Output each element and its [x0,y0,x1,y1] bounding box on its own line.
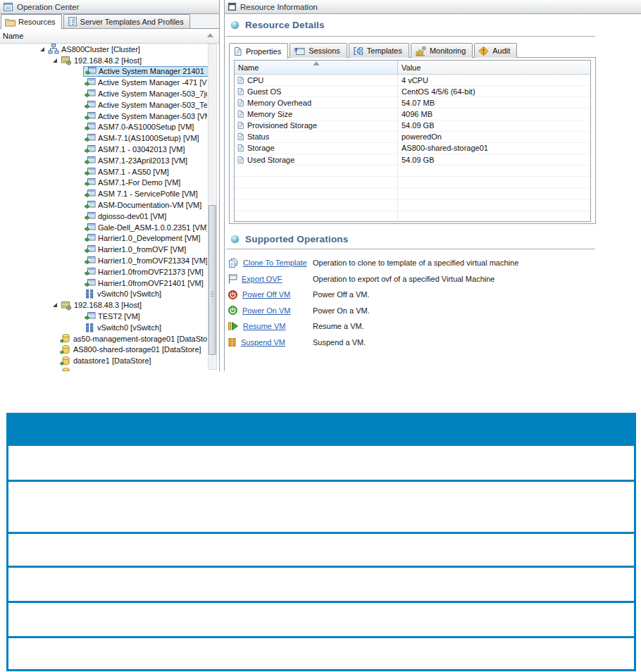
datastore-icon [60,333,71,344]
clone-to-template-link[interactable]: Clone To Template [243,259,307,267]
tree-item[interactable]: 192.168.48.2 [Host] [0,55,209,66]
bottom-table-row[interactable] [8,601,634,636]
property-name-cell: Status [235,132,398,143]
tab-label: Audit [492,46,510,55]
expand-arrow-icon[interactable] [52,58,58,63]
tree-item[interactable]: ASM 7.1 - ServicePofile [VM] [0,188,209,199]
property-row[interactable]: Memory Size4096 MB [235,108,590,120]
property-row[interactable]: StorageAS800-shared-storage01 [235,143,590,154]
tree-item[interactable]: as50-management-storage01 [DataStore] [0,333,209,344]
tree-item[interactable]: Active System Manager-503 [VM] [0,111,209,122]
vm-icon [85,223,96,232]
tab-sessions[interactable]: 9Sessions [290,43,347,58]
property-name: CPU [247,76,263,85]
tree-item-label: ASM7.1-For Demo [VM] [98,178,180,187]
property-name: Memory Overhead [247,99,311,107]
tree-item[interactable]: vSwitch0 [vSwitch] [0,289,209,300]
tree-item[interactable]: AS800Cluster [Cluster] [0,44,209,55]
tree-item[interactable] [0,366,209,371]
tree-item[interactable]: Harrier1.0_fromOVF21334 [VM] [0,255,209,266]
tree-item-label: ASM-7.1(AS1000Setup) [VM] [98,134,199,142]
panel-title: Resource Information [240,3,318,11]
property-row[interactable]: CPU4 vCPU [235,75,590,86]
tree-item[interactable]: ASM7.0-AS1000Setup [VM] [0,122,209,133]
expand-arrow-icon[interactable] [52,302,58,308]
property-name-cell [235,177,398,188]
vm-icon [85,178,96,187]
bottom-table-row[interactable] [8,566,634,601]
tree-item-label: ASM-Documentation-VM [VM] [98,201,201,209]
scrollbar-thumb[interactable] [209,205,216,355]
tab-properties[interactable]: Properties [229,43,288,58]
operation-suspend-vm: Suspend VMSuspend a VM. [228,335,622,351]
tree-item[interactable]: Harrier1.0_fromOVF [VM] [0,244,209,255]
tree-item[interactable]: Active System Manager-503_7jun13 [0,88,209,99]
bottom-table-row[interactable] [8,480,634,532]
sort-ascending-icon [207,33,213,37]
property-row[interactable]: Provisioned Storage54.09 GB [235,120,590,132]
tree-item[interactable]: Harrier1.0_Development [VM] [0,233,209,244]
tree-item[interactable]: Active System Manager -471 [VM] [0,77,209,88]
tree-item-label: Active System Manager-503_Testing [98,101,207,109]
tree-item[interactable]: Gale-Dell_ASM-1.0.0.2351 [VM] [0,222,209,233]
tree-item[interactable]: vSwitch0 [vSwitch] [0,322,209,333]
suspend-vm-link[interactable]: Suspend VM [241,338,285,347]
tree-item[interactable]: Active System Manager 21401 [VM] [0,66,209,77]
bottom-table-row[interactable] [8,532,634,566]
vm-icon [85,311,96,321]
property-value-cell: 4096 MB [398,108,590,120]
tree-item[interactable]: ASM7.1 - 03042013 [VM] [0,144,209,155]
tree-item[interactable]: ASM7.1-For Demo [VM] [0,178,209,189]
tree-item-content [58,367,75,372]
column-header-label: Name [3,32,23,40]
tree-item[interactable]: ASM7.1-23April2013 [VM] [0,155,209,166]
column-header-name[interactable]: Name [235,61,398,74]
tab-audit[interactable]: Audit [474,43,517,58]
export-ovf-link[interactable]: Export OVF [242,275,282,283]
tree-item-label: Active System Manager-503 [VM] [98,112,207,120]
tree-item[interactable]: Harrier1.0fromOVF21373 [VM] [0,266,209,278]
property-name-cell: Provisioned Storage [235,120,398,132]
property-row[interactable]: Guest OSCentOS 4/5/6 (64-bit) [235,86,590,97]
tree-item-content: ASM7.1 - AS50 [VM] [83,166,170,177]
tree-item[interactable]: dgiosso-dev01 [VM] [0,211,209,222]
bottom-table-header [8,415,634,446]
property-row[interactable]: StatuspoweredOn [235,132,590,143]
operation-export-ovf: Export OVFOperation to export ovf of a s… [228,271,622,287]
bottom-table-row[interactable] [8,636,634,669]
resume-vm-link[interactable]: Resume VM [243,322,286,330]
property-row[interactable]: Memory Overhead54.07 MB [235,97,590,108]
vm-icon [85,167,96,177]
tree-item[interactable]: ASM-Documentation-VM [VM] [0,199,209,211]
property-value-cell: 54.07 MB [398,97,590,108]
tab-label: Resources [18,18,56,26]
tree-item[interactable]: ASM7.1 - AS50 [VM] [0,166,209,178]
tab-templates[interactable]: Templates [349,43,409,58]
tree-item[interactable]: Harrier1.0fromOVF21401 [VM] [0,278,209,289]
bottom-table-row[interactable] [8,446,634,480]
tree-scrollbar[interactable] [208,44,217,370]
operation-power-off-vm: Power Off VMPower Off a VM. [228,287,622,303]
column-header-value[interactable]: Value [398,61,590,74]
sphere-icon [230,20,239,30]
property-row[interactable]: Used Storage54.09 GB [235,154,590,166]
datastore-icon [60,367,71,372]
tree-item[interactable]: Active System Manager-503_Testing [0,99,209,111]
sphere-icon [230,235,239,244]
tab-resources[interactable]: Resources [1,14,62,29]
tree-item[interactable]: ASM-7.1(AS1000Setup) [VM] [0,132,209,144]
tree-column-header-name[interactable]: Name [0,29,219,44]
power-on-vm-link[interactable]: Power On VM [242,306,290,315]
expand-arrow-icon[interactable] [39,46,45,52]
tab-monitoring[interactable]: Monitoring [411,43,473,58]
vm-icon [85,256,96,266]
tree-item[interactable]: TEST2 [VM] [0,311,209,322]
property-row-empty [235,200,590,211]
vm-icon [85,156,96,166]
property-value-cell [398,188,590,199]
power-off-vm-link[interactable]: Power Off VM [242,290,290,299]
tab-server-templates-and-profiles[interactable]: Server Templates And Profiles [63,14,190,28]
tree-item[interactable]: datastore1 [DataStore] [0,355,209,366]
tree-item[interactable]: AS800-shared-storage01 [DataStore] [0,344,209,356]
tree-item[interactable]: 192.168.48.3 [Host] [0,299,209,311]
